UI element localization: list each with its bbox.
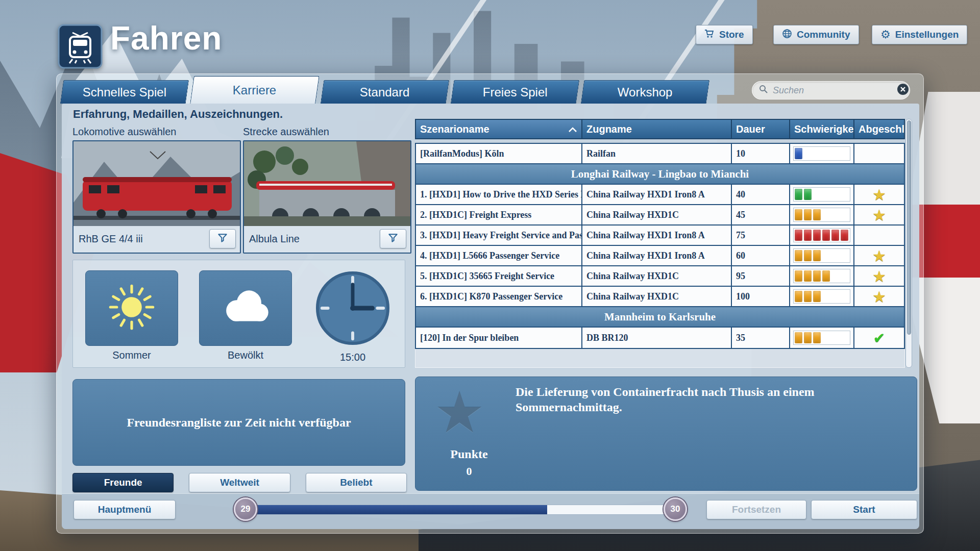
clock-dial[interactable] [313, 270, 393, 348]
route-picker-box[interactable]: Albula Line [243, 140, 411, 254]
route-group-header: Longhai Railway - Lingbao to Mianchi [416, 164, 904, 185]
column-header-szenarioname[interactable]: Szenarioname [416, 120, 582, 138]
scenario-name-cell: 2. [HXD1C] Freight Express [416, 205, 582, 224]
star-icon: ★ [872, 206, 886, 224]
tab-schnelles-spiel[interactable]: Schnelles Spiel [60, 80, 189, 104]
season-label: Sommer [85, 349, 178, 361]
column-header-zugname[interactable]: Zugname [582, 120, 732, 138]
scenario-name-cell: 6. [HXD1C] K870 Passenger Service [416, 287, 582, 306]
scenario-row[interactable]: 3. [HXD1] Heavy Freight Service and Pass… [416, 226, 904, 246]
scenario-table-header: SzenarionameZugnameDauerSchwierigkeAbges… [415, 119, 905, 139]
scenario-row[interactable]: [RailfanModus] KölnRailfan10 [416, 144, 904, 164]
scenario-name-cell: [RailfanModus] Köln [416, 144, 582, 163]
scenario-table-body: [RailfanModus] KölnRailfan10Longhai Rail… [415, 143, 905, 349]
difficulty-bar [793, 289, 850, 304]
resume-button[interactable]: Fortsetzen [706, 500, 806, 519]
column-header-dauer[interactable]: Dauer [732, 120, 790, 138]
weather-label: Bewölkt [199, 349, 292, 361]
content-panel: Erfahrung, Medaillen, Auszeichnungen. Lo… [62, 104, 919, 529]
scrollbar-thumb[interactable] [907, 120, 911, 335]
tab-freies-spiel[interactable]: Freies Spiel [451, 80, 579, 104]
difficulty-cell [790, 205, 854, 224]
difficulty-segment [795, 332, 802, 343]
start-button[interactable]: Start [811, 500, 917, 519]
train-name-cell: China Railway HXD1 Iron8 A [582, 226, 732, 245]
column-header-label: Dauer [736, 123, 765, 135]
settings-button[interactable]: ⚙ Einstellungen [872, 25, 967, 44]
route-image [244, 141, 410, 226]
column-header-schwierigke[interactable]: Schwierigke [790, 120, 854, 138]
tab-label: Schnelles Spiel [83, 85, 166, 99]
column-header-abgeschlos[interactable]: Abgeschlos [854, 120, 904, 138]
difficulty-segment [795, 148, 802, 159]
status-cell: ★ [854, 185, 904, 204]
tab-workshop[interactable]: Workshop [581, 80, 709, 104]
locomotive-image [74, 141, 240, 226]
difficulty-segment [822, 230, 830, 241]
difficulty-segment [804, 230, 812, 241]
page-title: Fahren [110, 19, 222, 57]
tab-karriere[interactable]: Karriere [190, 76, 320, 104]
main-menu-button[interactable]: Hauptmenü [74, 500, 176, 519]
globe-icon [782, 29, 792, 41]
locomotive-picker-label: Lokomotive auswählen [72, 126, 241, 138]
star-icon: ★ [872, 186, 886, 204]
friends-tab-bar: FreundeWeltweitBeliebt [72, 473, 407, 492]
xp-progress-fill [251, 505, 547, 514]
difficulty-bar [793, 228, 850, 242]
route-filter-button[interactable] [380, 229, 406, 248]
difficulty-segment [795, 270, 802, 282]
status-cell: ★ [854, 266, 904, 286]
tab-standard[interactable]: Standard [321, 80, 449, 104]
scenario-name-cell: 1. [HXD1] How to Drive the HXD Series Lo… [416, 185, 582, 204]
locomotive-picker-box[interactable]: RhB GE 4/4 iii [72, 140, 241, 254]
store-button[interactable]: Store [696, 25, 753, 44]
duration-cell: 40 [732, 185, 790, 204]
difficulty-segment [795, 209, 802, 220]
season-tile[interactable] [85, 270, 178, 346]
difficulty-segment [822, 270, 830, 282]
duration-cell: 45 [732, 205, 790, 224]
conditions-panel: Sommer Bewölkt [72, 260, 405, 368]
scenario-row[interactable]: 1. [HXD1] How to Drive the HXD Series Lo… [416, 185, 904, 205]
community-label: Community [797, 29, 850, 40]
tab-label: Karriere [233, 83, 276, 97]
scenario-row[interactable]: [120] In der Spur bleibenDB BR12035✔ [416, 328, 904, 348]
page-subtitle: Erfahrung, Medaillen, Auszeichnungen. [73, 108, 283, 121]
difficulty-segment [813, 250, 821, 261]
friends-tab-weltweit[interactable]: Weltweit [189, 473, 290, 492]
locomotive-filter-button[interactable] [209, 229, 236, 248]
difficulty-segment [804, 250, 812, 261]
scenario-row[interactable]: 6. [HXD1C] K870 Passenger ServiceChina R… [416, 287, 904, 307]
friends-tab-freunde[interactable]: Freunde [72, 473, 174, 492]
search-clear-icon[interactable] [896, 83, 910, 98]
scenario-detail-panel: ★ Die Lieferung von Containerfracht nach… [415, 377, 917, 491]
difficulty-bar [793, 208, 850, 222]
difficulty-cell [790, 328, 854, 348]
difficulty-segment [804, 291, 812, 302]
column-header-label: Szenarioname [420, 123, 489, 135]
train-name-cell: China Railway HXD1C [582, 266, 732, 286]
table-scrollbar[interactable] [905, 119, 912, 368]
tab-label: Freies Spiel [483, 85, 548, 99]
search-input[interactable] [773, 85, 892, 96]
column-header-label: Schwierigke [794, 123, 854, 135]
friends-tab-beliebt[interactable]: Beliebt [306, 473, 407, 492]
scenario-row[interactable]: 4. [HXD1] L5666 Passenger ServiceChina R… [416, 246, 904, 266]
community-button[interactable]: Community [773, 25, 859, 44]
search-icon [758, 84, 769, 96]
route-picker: Strecke auswählen [243, 126, 411, 254]
difficulty-segment [795, 189, 802, 200]
duration-cell: 10 [732, 144, 790, 163]
tab-label: Standard [360, 85, 409, 99]
duration-cell: 100 [732, 287, 790, 306]
train-name-cell: Railfan [582, 144, 732, 163]
scenario-row[interactable]: 5. [HXD1C] 35665 Freight ServiceChina Ra… [416, 266, 904, 287]
status-cell [854, 144, 904, 163]
difficulty-segment [804, 209, 812, 220]
friends-message: Freundesrangliste zur Zeit nicht verfügb… [127, 416, 351, 430]
scenario-row[interactable]: 2. [HXD1C] Freight ExpressChina Railway … [416, 205, 904, 226]
score-star-icon: ★ [434, 378, 485, 446]
weather-tile[interactable] [199, 270, 292, 346]
difficulty-cell [790, 226, 854, 245]
